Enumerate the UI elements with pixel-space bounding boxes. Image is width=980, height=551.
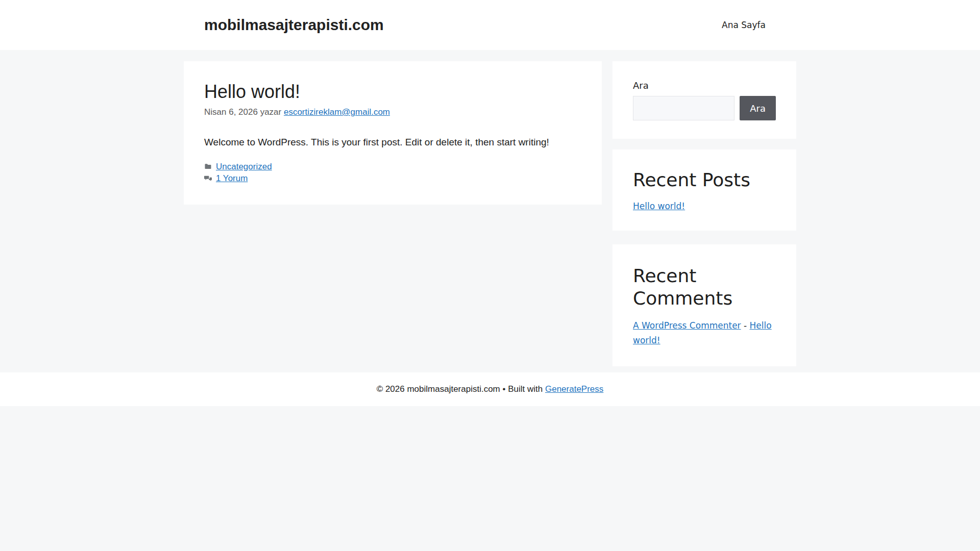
- copyright-text: © 2026 mobilmasajterapisti.com: [377, 384, 500, 394]
- comment-separator: -: [741, 320, 750, 331]
- site-header: mobilmasajterapisti.com Ana Sayfa: [0, 0, 980, 50]
- recent-posts-widget: Recent Posts Hello world!: [612, 149, 796, 231]
- category-link[interactable]: Uncategorized: [216, 161, 272, 172]
- generatepress-link[interactable]: GeneratePress: [545, 384, 603, 394]
- page: mobilmasajterapisti.com Ana Sayfa Hello …: [0, 0, 980, 406]
- post-footer-meta: Uncategorized 1 Yorum: [204, 161, 581, 184]
- search-form: Ara: [633, 96, 776, 120]
- recent-comments-widget: Recent Comments A WordPress Commenter - …: [612, 244, 796, 366]
- search-button[interactable]: Ara: [740, 96, 776, 120]
- comments-row: 1 Yorum: [204, 172, 581, 184]
- post-content: Welcome to WordPress. This is your first…: [204, 135, 581, 150]
- speech-bubbles-icon: [204, 174, 212, 182]
- recent-comments-list: A WordPress Commenter - Hello world!: [633, 318, 776, 348]
- comments-link[interactable]: 1 Yorum: [216, 172, 248, 184]
- nav-item-ana-sayfa[interactable]: Ana Sayfa: [712, 0, 776, 50]
- search-input[interactable]: [633, 96, 734, 120]
- main-column: Hello world! Nisan 6, 2026 yazar escorti…: [184, 61, 602, 205]
- post-card: Hello world! Nisan 6, 2026 yazar escorti…: [184, 61, 602, 205]
- site-title-link[interactable]: mobilmasajterapisti.com: [204, 16, 384, 34]
- header-container: mobilmasajterapisti.com Ana Sayfa: [184, 0, 796, 50]
- comment-author-link[interactable]: A WordPress Commenter: [633, 320, 741, 331]
- main-nav: Ana Sayfa: [712, 0, 776, 50]
- footer-text: © 2026 mobilmasajterapisti.com • Built w…: [0, 384, 980, 394]
- search-widget: Ara Ara: [612, 61, 796, 139]
- post-date: Nisan 6, 2026: [204, 107, 258, 117]
- built-with-text: Built with: [508, 384, 543, 394]
- content-area: Hello world! Nisan 6, 2026 yazar escorti…: [184, 50, 796, 366]
- post-author-link[interactable]: escortizireklam@gmail.com: [284, 107, 390, 117]
- recent-comments-title: Recent Comments: [633, 265, 776, 310]
- recent-post-link[interactable]: Hello world!: [633, 201, 685, 211]
- recent-posts-title: Recent Posts: [633, 169, 776, 191]
- post-title: Hello world!: [204, 81, 581, 103]
- recent-posts-list: Hello world!: [633, 200, 776, 212]
- search-label: Ara: [633, 80, 776, 92]
- site-footer: © 2026 mobilmasajterapisti.com • Built w…: [0, 372, 980, 406]
- list-item: Hello world!: [633, 200, 776, 212]
- footer-separator: •: [503, 384, 506, 394]
- list-item: A WordPress Commenter - Hello world!: [633, 318, 776, 348]
- post-by-label: yazar: [260, 107, 282, 117]
- category-row: Uncategorized: [204, 161, 581, 172]
- folder-icon: [204, 163, 212, 170]
- sidebar: Ara Ara Recent Posts Hello world! Recent…: [612, 61, 796, 366]
- post-meta: Nisan 6, 2026 yazar escortizireklam@gmai…: [204, 106, 581, 119]
